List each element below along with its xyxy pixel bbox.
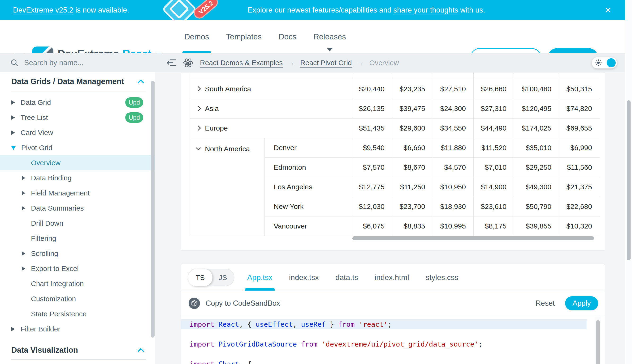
- pivot-value-cell: $12,030: [353, 197, 392, 216]
- tab-app-tsx[interactable]: App.tsx: [247, 264, 273, 290]
- nav-demos[interactable]: Demos: [184, 20, 209, 53]
- react-icon: [182, 58, 194, 68]
- pivot-value-cell: $11,250: [392, 177, 433, 197]
- theme-toggle-knob[interactable]: [607, 58, 616, 67]
- pivot-value-cell: $6,660: [392, 138, 433, 158]
- pivot-value-cell: $44,490: [474, 118, 514, 138]
- expand-icon[interactable]: [196, 126, 201, 130]
- breadcrumb-react-demos-examples[interactable]: React Demos & Examples: [200, 59, 283, 67]
- pivot-value-cell: $27,510: [433, 79, 474, 99]
- language-toggle[interactable]: TS JS: [188, 269, 235, 286]
- code-token: [297, 340, 301, 348]
- code-scrollbar-thumb[interactable]: [596, 320, 600, 364]
- pivot-city-cell: Los Angeles: [265, 177, 353, 197]
- chevron-right-icon: [11, 100, 15, 104]
- sidebar-item-pivot-grid[interactable]: Pivot Grid: [0, 140, 155, 155]
- breadcrumb-separator: →: [288, 59, 295, 67]
- codesandbox-icon[interactable]: [189, 298, 200, 309]
- section-title: Data Visualization: [11, 346, 78, 354]
- code-token: useRef: [301, 320, 326, 328]
- sidebar-item-label: Customization: [31, 295, 76, 303]
- sidebar-item-chart-integration[interactable]: Chart Integration: [0, 276, 155, 291]
- code-token: 'devextreme/ui/pivot_grid/data_source': [322, 340, 478, 348]
- sidebar-item-label: Overview: [31, 159, 61, 167]
- sidebar-item-data-grid[interactable]: Data GridUpd: [0, 95, 155, 110]
- pivot-value-cell: $20,440: [353, 79, 392, 99]
- sidebar-item-drill-down[interactable]: Drill Down: [0, 216, 155, 231]
- tab-index-tsx[interactable]: index.tsx: [289, 264, 319, 290]
- sidebar-scrollbar-thumb[interactable]: [151, 81, 155, 338]
- pivot-region-cell[interactable]: Asia: [190, 99, 353, 118]
- code-token: PivotGridDataSource: [219, 340, 297, 348]
- banner-version-link[interactable]: DevExtreme v25.2: [13, 6, 73, 14]
- sidebar-item-tree-list[interactable]: Tree ListUpd: [0, 110, 155, 125]
- pivot-value-cell: $51,435: [353, 118, 392, 138]
- chevron-right-icon: [11, 327, 15, 331]
- updated-badge: Upd: [125, 112, 143, 123]
- code-token: [214, 360, 219, 364]
- close-icon[interactable]: ✕: [605, 0, 612, 20]
- nav-releases[interactable]: Releases: [313, 20, 346, 53]
- chevron-right-icon: [11, 116, 15, 120]
- code-editor[interactable]: import React, { useEffect, useRef } from…: [181, 316, 605, 364]
- pivot-value-cell: $174,025: [514, 118, 559, 138]
- apply-button[interactable]: Apply: [565, 296, 598, 310]
- pivot-city-cell: New York: [265, 197, 353, 216]
- collapse-sidebar-icon[interactable]: [166, 58, 176, 67]
- banner-message-post: with us.: [458, 6, 485, 14]
- pivot-value-cell: $24,300: [433, 99, 474, 118]
- codesandbox-row: Copy to CodeSandBox Reset Apply: [181, 291, 605, 316]
- nav-templates[interactable]: Templates: [226, 20, 262, 53]
- pivot-region-cell[interactable]: South America: [190, 79, 353, 99]
- copy-to-codesandbox-button[interactable]: Copy to CodeSandBox: [206, 291, 280, 316]
- search-input[interactable]: [24, 58, 125, 67]
- expand-icon[interactable]: [196, 86, 201, 91]
- nav-label: Templates: [226, 32, 262, 41]
- divider: [11, 359, 146, 360]
- pivot-value-cell: $23,700: [392, 197, 433, 216]
- sidebar-item-field-management[interactable]: Field Management: [0, 186, 155, 201]
- sidebar-item-label: Field Management: [31, 189, 90, 197]
- tab-styles-css[interactable]: styles.css: [426, 264, 459, 290]
- tab-index-html[interactable]: index.html: [375, 264, 409, 290]
- code-line: import PivotGridDataSource from 'devextr…: [181, 339, 605, 349]
- pivot-region-cell[interactable]: North America: [190, 138, 265, 236]
- sidebar-section-data-visualization[interactable]: Data Visualization: [0, 341, 155, 359]
- sidebar-item-card-view[interactable]: Card View: [0, 125, 155, 140]
- pivot-region-cell[interactable]: Europe: [190, 118, 353, 138]
- table-horizontal-scrollbar[interactable]: [352, 236, 594, 240]
- sidebar-item-overview[interactable]: Overview: [0, 155, 155, 170]
- pivot-table: South America$20,440$23,235$27,510$26,66…: [190, 72, 600, 236]
- pivot-value-cell: $74,820: [559, 99, 600, 118]
- share-your-thoughts-link[interactable]: share your thoughts: [393, 6, 458, 14]
- chevron-right-icon: [22, 266, 25, 271]
- sidebar-item-customization[interactable]: Customization: [0, 291, 155, 306]
- sidebar-item-filtering[interactable]: Filtering: [0, 231, 155, 246]
- sidebar-item-filter-builder[interactable]: Filter Builder: [0, 322, 155, 336]
- sidebar-item-label: Data Binding: [31, 174, 72, 182]
- breadcrumb-react-pivot-grid[interactable]: React Pivot Grid: [300, 59, 352, 67]
- sidebar-item-data-binding[interactable]: Data Binding: [0, 170, 155, 186]
- tab-data-ts[interactable]: data.ts: [335, 264, 358, 290]
- sidebar-item-scrolling[interactable]: Scrolling: [0, 246, 155, 261]
- sidebar-item-export-to-excel[interactable]: Export to Excel: [0, 261, 155, 276]
- pivot-clipped-cell: [474, 72, 514, 79]
- sidebar-item-state-persistence[interactable]: State Persistence: [0, 306, 155, 322]
- pivot-value-cell: $11,520: [474, 138, 514, 158]
- language-toggle-js[interactable]: JS: [212, 269, 234, 286]
- banner-version-suffix: is now available.: [73, 6, 129, 14]
- pivot-grid-demo-card: South America$20,440$23,235$27,510$26,66…: [181, 72, 605, 251]
- sidebar-section-data-grids[interactable]: Data Grids / Data Management: [0, 72, 155, 91]
- region-name: Asia: [205, 104, 219, 112]
- pivot-value-cell: $69,655: [559, 118, 600, 138]
- nav-docs[interactable]: Docs: [279, 20, 296, 53]
- sidebar-item-data-summaries[interactable]: Data Summaries: [0, 201, 155, 216]
- sun-icon: [595, 59, 602, 66]
- page-scrollbar-thumb[interactable]: [627, 100, 630, 260]
- expand-icon[interactable]: [196, 106, 201, 111]
- theme-toggle[interactable]: [592, 57, 617, 68]
- reset-button[interactable]: Reset: [536, 291, 555, 316]
- collapse-icon[interactable]: [196, 146, 201, 150]
- code-token: }: [326, 320, 338, 328]
- language-toggle-ts[interactable]: TS: [188, 269, 213, 286]
